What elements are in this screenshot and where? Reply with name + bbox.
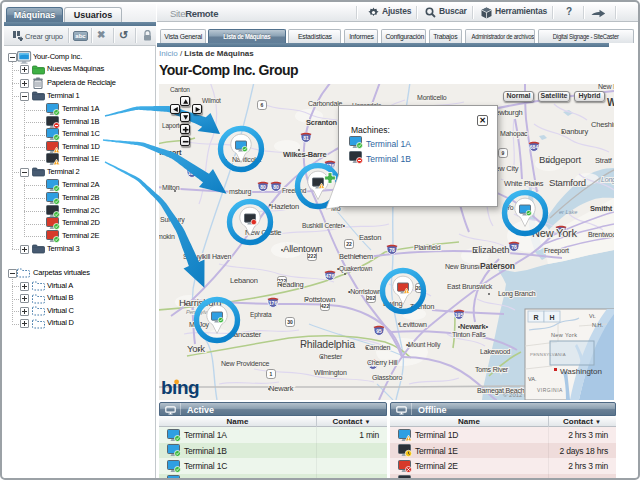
svg-text:30: 30 [287, 319, 293, 325]
svg-text:1: 1 [270, 371, 273, 377]
svg-text:78: 78 [389, 247, 395, 253]
svg-text:Wilmot: Wilmot [202, 97, 221, 104]
svg-text:bıng: bıng [161, 377, 199, 398]
svg-text:Sunbury: Sunbury [160, 216, 185, 224]
svg-text:Freeport: Freeport [544, 247, 569, 255]
svg-text:78: 78 [511, 244, 517, 250]
svg-text:222: 222 [308, 253, 317, 259]
svg-text:Ephrata: Ephrata [250, 311, 272, 319]
svg-text:msport: msport [159, 148, 182, 157]
svg-text:•Quakertown: •Quakertown [337, 265, 373, 273]
svg-text:W.: W. [607, 97, 614, 108]
svg-text:VA.: VA. [528, 376, 537, 382]
svg-text:81: 81 [303, 135, 309, 141]
svg-text:•Norristown: •Norristown [348, 288, 382, 295]
svg-text:Levittown: Levittown [399, 321, 427, 328]
svg-text:Schuylkill Haven: Schuylkill Haven [183, 253, 231, 261]
svg-text:Paterson: Paterson [480, 261, 515, 271]
svg-text:Plainfield: Plainfield [414, 244, 441, 251]
svg-text:95: 95 [376, 328, 382, 334]
svg-text:VIRGINIA: VIRGINIA [537, 387, 563, 393]
svg-text:Glassboro: Glassboro [372, 374, 402, 381]
svg-text:H: H [549, 314, 554, 321]
svg-text:Tinton Falls: Tinton Falls [452, 331, 486, 338]
svg-text:Long Branch: Long Branch [498, 290, 536, 298]
svg-text:Pottstown: Pottstown [304, 295, 335, 304]
svg-text:684: 684 [530, 144, 539, 150]
svg-text:R: R [533, 314, 538, 321]
svg-text:Bethlehem: Bethlehem [339, 252, 373, 261]
svg-text:Wilkes-Barre: Wilkes-Barre [283, 150, 326, 159]
svg-text:Newark: Newark [269, 384, 294, 393]
svg-text:mokin: mokin [159, 233, 175, 240]
svg-text:N.H.: N.H. [592, 322, 603, 328]
svg-text:Toms River: Toms River [475, 366, 509, 373]
svg-text:New Providence: New Providence [221, 360, 269, 367]
svg-text:Canton: Canton [170, 86, 190, 93]
svg-text:Smitht: Smitht [590, 204, 613, 213]
svg-text:Allentown: Allentown [283, 243, 322, 254]
svg-text:Cherry Hill: Cherry Hill [367, 359, 398, 367]
svg-text:Lakewood: Lakewood [480, 348, 511, 355]
svg-text:Washington: Washington [560, 367, 602, 376]
svg-text:Mahopac: Mahopac [500, 130, 528, 138]
svg-text:East Brunswick: East Brunswick [447, 283, 493, 290]
svg-text:Hazleton: Hazleton [271, 202, 299, 211]
svg-text:New York: New York [551, 332, 577, 338]
svg-text:New E: New E [598, 84, 614, 90]
svg-text:6: 6 [261, 102, 264, 108]
svg-text:Vt.: Vt. [589, 313, 596, 319]
svg-text:Philadelphia: Philadelphia [300, 338, 355, 350]
svg-text:Freeland: Freeland [282, 187, 307, 194]
svg-text:Stratf: Stratf [595, 156, 613, 165]
svg-text:Milton: Milton [162, 184, 180, 191]
svg-text:Danbury: Danbury [561, 127, 588, 136]
svg-text:Brentwood: Brentwood [588, 231, 614, 238]
svg-text:Elizabeth: Elizabeth [472, 244, 509, 255]
svg-text:Easton: Easton [359, 233, 381, 242]
svg-text:Lebanon: Lebanon [230, 276, 258, 285]
svg-text:176: 176 [269, 300, 278, 306]
svg-text:Scranton: Scranton [306, 118, 338, 127]
svg-text:er Lake: er Lake [559, 209, 577, 215]
svg-text:Long: Long [601, 176, 614, 184]
svg-text:Stamford: Stamford [549, 177, 586, 188]
svg-text:Wilmington: Wilmington [314, 369, 347, 377]
svg-text:80: 80 [260, 184, 266, 190]
svg-text:180: 180 [188, 170, 197, 176]
svg-text:York: York [187, 343, 205, 354]
svg-text:202: 202 [367, 295, 376, 301]
svg-text:Cheshir: Cheshir [591, 120, 614, 129]
svg-text:Bushkill Center•: Bushkill Center• [302, 222, 346, 229]
svg-text:msburg: msburg [229, 188, 251, 196]
svg-text:Newark•: Newark• [460, 322, 488, 331]
svg-text:Camden: Camden [365, 344, 391, 351]
svg-text:22: 22 [346, 241, 352, 247]
svg-text:476: 476 [326, 273, 335, 279]
svg-text:9: 9 [502, 150, 505, 156]
svg-text:422: 422 [321, 303, 330, 309]
svg-text:80: 80 [273, 184, 279, 190]
svg-text:Bridgeport: Bridgeport [539, 154, 581, 165]
svg-text:Monticello: Monticello [417, 94, 447, 101]
svg-text:195: 195 [455, 312, 464, 318]
svg-text:PENNSYLVANIA: PENNSYLVANIA [530, 352, 566, 357]
svg-text:•Mount Holly: •Mount Holly [406, 341, 441, 349]
